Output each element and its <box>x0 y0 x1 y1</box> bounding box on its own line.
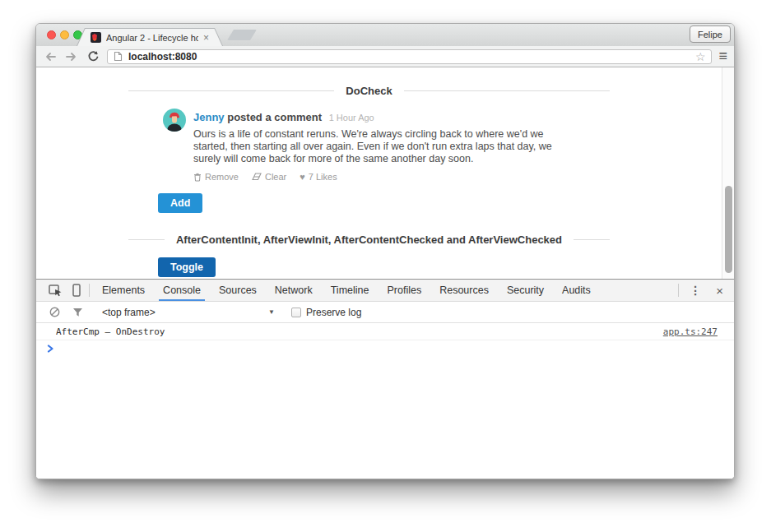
tab-sources[interactable]: Sources <box>210 280 266 301</box>
console-log-row: AfterCmp — OnDestroy app.ts:247 <box>36 323 734 340</box>
tab-audits[interactable]: Audits <box>553 280 600 301</box>
filter-icon[interactable] <box>69 308 86 317</box>
tab-resources[interactable]: Resources <box>430 280 498 301</box>
devtools-menu-icon[interactable]: ⋮ <box>684 284 707 297</box>
preserve-log-checkbox[interactable] <box>291 308 301 317</box>
browser-profile-button[interactable]: Felipe <box>690 25 731 43</box>
devtools-tabbar: Elements Console Sources Network Timelin… <box>36 280 734 302</box>
window-titlebar[interactable]: Angular 2 - Lifecycle hooks × Felipe <box>36 24 734 46</box>
profile-label: Felipe <box>698 30 722 39</box>
clear-action[interactable]: Clear <box>252 172 286 182</box>
comment-timestamp: 1 Hour Ago <box>329 113 374 123</box>
comment-action-text: posted a comment <box>227 111 322 123</box>
back-button[interactable] <box>43 50 58 63</box>
after-hooks-heading: AfterContentInit, AfterViewInit, AfterCo… <box>176 234 562 246</box>
eraser-icon <box>252 173 262 181</box>
page-content: DoCheck <box>128 67 610 277</box>
console-source-link[interactable]: app.ts:247 <box>663 326 718 337</box>
url-input[interactable]: localhost:8080 <box>128 51 690 62</box>
tab-profiles[interactable]: Profiles <box>378 280 430 301</box>
devtools-close-icon[interactable]: × <box>710 284 729 298</box>
toggle-button[interactable]: Toggle <box>158 257 216 277</box>
heart-icon: ♥ <box>300 173 305 182</box>
browser-menu-icon[interactable]: ≡ <box>718 50 727 62</box>
frame-context-dropdown[interactable]: <top frame> ▼ <box>102 307 275 318</box>
avatar <box>163 109 186 132</box>
comment-meta: Jenny posted a comment 1 Hour Ago <box>193 111 560 123</box>
tab-close-icon[interactable]: × <box>203 33 209 43</box>
comment-item: Jenny posted a comment 1 Hour Ago Ours i… <box>163 109 610 182</box>
close-window-button[interactable] <box>47 30 56 39</box>
reload-button[interactable] <box>86 50 100 63</box>
remove-action[interactable]: Remove <box>193 172 239 182</box>
likes-action[interactable]: ♥ 7 Likes <box>300 172 337 182</box>
bookmark-star-icon[interactable]: ☆ <box>695 51 706 62</box>
page-viewport: DoCheck <box>36 67 734 279</box>
add-button[interactable]: Add <box>158 193 202 213</box>
section-heading-docheck: DoCheck <box>128 84 610 97</box>
toolbar-separator <box>89 284 90 297</box>
section-heading-after: AfterContentInit, AfterViewInit, AfterCo… <box>128 233 610 246</box>
omnibox[interactable]: localhost:8080 ☆ <box>107 49 712 64</box>
angular-favicon-icon <box>91 32 101 43</box>
minimize-window-button[interactable] <box>60 30 69 39</box>
clear-console-icon[interactable] <box>46 307 63 317</box>
trash-icon <box>193 173 202 182</box>
tab-title: Angular 2 - Lifecycle hooks <box>106 33 198 43</box>
devtools-tabs: Elements Console Sources Network Timelin… <box>93 280 600 301</box>
tab-security[interactable]: Security <box>498 280 553 301</box>
window-controls <box>47 30 82 39</box>
comment-actions: Remove Clear ♥ 7 Likes <box>193 172 560 182</box>
page-scrollbar[interactable] <box>722 67 734 279</box>
desktop-background: Angular 2 - Lifecycle hooks × Felipe <box>0 0 771 532</box>
inspect-element-icon[interactable] <box>44 280 66 301</box>
chevron-down-icon: ▼ <box>268 308 275 316</box>
preserve-log-label: Preserve log <box>306 307 361 318</box>
new-tab-button[interactable] <box>227 30 257 40</box>
comment-body: Ours is a life of constant reruns. We're… <box>193 128 560 165</box>
scrollbar-thumb[interactable] <box>725 186 732 273</box>
devtools-panel: Elements Console Sources Network Timelin… <box>36 279 734 479</box>
page-icon <box>114 51 123 62</box>
console-toolbar: <top frame> ▼ Preserve log <box>36 302 734 323</box>
browser-tab[interactable]: Angular 2 - Lifecycle hooks × <box>77 28 223 46</box>
tab-console[interactable]: Console <box>154 280 210 301</box>
device-toolbar-icon[interactable] <box>66 280 87 301</box>
browser-toolbar: localhost:8080 ☆ ≡ <box>36 46 734 67</box>
tab-elements[interactable]: Elements <box>93 280 154 301</box>
docheck-heading: DoCheck <box>346 85 392 97</box>
console-prompt[interactable] <box>36 340 734 357</box>
console-log-message: AfterCmp — OnDestroy <box>56 326 165 337</box>
comment-author-link[interactable]: Jenny <box>193 111 225 123</box>
browser-window: Angular 2 - Lifecycle hooks × Felipe <box>35 23 735 479</box>
tab-timeline[interactable]: Timeline <box>322 280 379 301</box>
tab-network[interactable]: Network <box>266 280 322 301</box>
console-prompt-chevron-icon <box>47 345 54 353</box>
forward-button[interactable] <box>64 50 79 63</box>
frame-context-value: <top frame> <box>102 307 156 318</box>
